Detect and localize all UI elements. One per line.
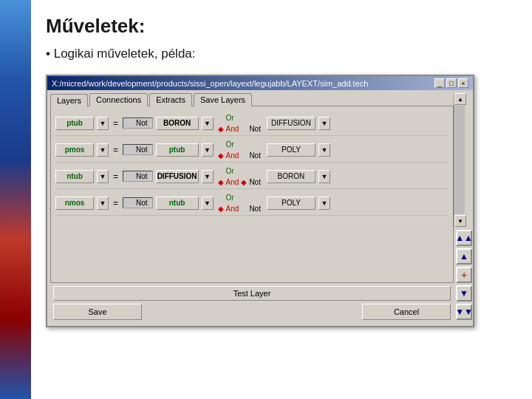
arrow-up-button[interactable]: ▲ bbox=[456, 248, 472, 265]
arrow-down-button[interactable]: ▼ bbox=[456, 285, 472, 301]
result-dropdown-1[interactable]: ▼ bbox=[318, 143, 330, 157]
not-diamond2-2: ◆ bbox=[241, 178, 247, 186]
logic-and-2: ◆ And ◆ Not bbox=[218, 177, 261, 187]
close-button[interactable]: × bbox=[458, 78, 468, 88]
tabs-area: Layers Connections Extracts Save Layers … bbox=[50, 93, 454, 323]
logic-or-1: ◇ Or bbox=[218, 139, 261, 149]
main-content: Műveletek: • Logikai műveletek, példa: X… bbox=[31, 0, 532, 399]
and-label-3: And bbox=[226, 205, 239, 213]
equals-2: = bbox=[112, 171, 120, 182]
not-diamond2-1: ◇ bbox=[241, 151, 247, 160]
result-dropdown-3[interactable]: ▼ bbox=[318, 197, 330, 210]
scroll-down-button[interactable]: ▼ bbox=[454, 215, 466, 227]
not-logic-1: ◇ Not bbox=[123, 144, 153, 155]
dialog-title: X:/micred/work/development/products/siss… bbox=[52, 79, 368, 88]
layer-value-dropdown-0[interactable]: ▼ bbox=[202, 117, 214, 130]
not-logic-3: ◇ Not bbox=[123, 197, 153, 208]
cancel-button[interactable]: Cancel bbox=[362, 304, 451, 320]
not-logic-2: ◇ Not bbox=[123, 171, 153, 182]
layer-name-dropdown-0[interactable]: ▼ bbox=[97, 117, 109, 130]
page-title: Műveletek: bbox=[46, 15, 517, 38]
row-left-group: ntub ▼ = ◇ Not DIFFUSION ▼ bbox=[55, 170, 214, 183]
layer-name-dropdown-2[interactable]: ▼ bbox=[97, 170, 109, 183]
arrow-add-button[interactable]: + bbox=[456, 267, 472, 283]
layer-value-dropdown-3[interactable]: ▼ bbox=[202, 197, 214, 210]
logic-and-1: ◆ And ◇ Not bbox=[218, 150, 261, 160]
and-label-1: And bbox=[226, 151, 239, 160]
table-row: ntub ▼ = ◇ Not DIFFUSION ▼ bbox=[55, 164, 449, 189]
not-text-1: Not bbox=[136, 146, 148, 154]
result-boron-2[interactable]: BORON bbox=[267, 170, 316, 183]
tab-layers[interactable]: Layers bbox=[50, 94, 88, 107]
result-dropdown-0[interactable]: ▼ bbox=[318, 117, 330, 130]
layer-name-dropdown-3[interactable]: ▼ bbox=[97, 197, 109, 210]
table-row: ptub ▼ = ◇ Not BORON ▼ bbox=[55, 111, 449, 136]
right-logic-3: ◇ Or ◆ And ◇ Not bbox=[218, 192, 261, 214]
subtitle: • Logikai műveletek, példa: bbox=[46, 47, 517, 61]
tabs-row: Layers Connections Extracts Save Layers bbox=[50, 93, 454, 106]
result-poly-1[interactable]: POLY bbox=[267, 143, 316, 157]
layer-name-pmos[interactable]: pmos bbox=[55, 143, 94, 157]
layer-value-boron[interactable]: BORON bbox=[156, 117, 199, 130]
result-section-3: POLY ▼ bbox=[267, 197, 330, 210]
tab-content: ptub ▼ = ◇ Not BORON ▼ bbox=[50, 106, 454, 283]
layer-rows: ptub ▼ = ◇ Not BORON ▼ bbox=[55, 111, 449, 216]
not-logic-0: ◇ Not bbox=[123, 117, 153, 129]
result-diffusion-0[interactable]: DIFFUSION bbox=[267, 117, 316, 130]
not-diamond-icon-2: ◇ bbox=[128, 172, 134, 180]
right-logic-1: ◇ Or ◆ And ◇ Not bbox=[218, 139, 261, 160]
and-diamond-2: ◆ bbox=[218, 178, 224, 186]
or-diamond-1: ◇ bbox=[218, 140, 224, 149]
not-text-2: Not bbox=[136, 172, 148, 180]
dialog-window: X:/micred/work/development/products/siss… bbox=[46, 75, 474, 327]
result-poly-3[interactable]: POLY bbox=[267, 197, 316, 210]
tab-extracts[interactable]: Extracts bbox=[149, 93, 192, 106]
logic-and-3: ◆ And ◇ Not bbox=[218, 203, 261, 214]
equals-3: = bbox=[112, 198, 120, 208]
or-label-0: Or bbox=[226, 114, 234, 122]
save-button[interactable]: Save bbox=[53, 304, 142, 320]
not-text-0: Not bbox=[136, 119, 148, 127]
layer-value-dropdown-1[interactable]: ▼ bbox=[202, 143, 214, 157]
result-section-0: DIFFUSION ▼ bbox=[267, 117, 330, 130]
not-diamond2-3: ◇ bbox=[241, 205, 247, 213]
titlebar-buttons: _ □ × bbox=[434, 78, 468, 88]
and-diamond-0: ◆ bbox=[218, 125, 224, 133]
arrow-top-button[interactable]: ▲▲ bbox=[456, 230, 472, 246]
layer-name-nmos[interactable]: nmos bbox=[55, 197, 94, 210]
arrow-bottom-button[interactable]: ▼▼ bbox=[456, 304, 472, 320]
not-label-2: Not bbox=[249, 178, 261, 186]
row-left-group: nmos ▼ = ◇ Not ntub ▼ bbox=[55, 197, 214, 210]
scroll-up-button[interactable]: ▲ bbox=[454, 93, 466, 105]
result-section-1: POLY ▼ bbox=[267, 143, 330, 157]
result-dropdown-2[interactable]: ▼ bbox=[318, 170, 330, 183]
dialog-titlebar: X:/micred/work/development/products/siss… bbox=[47, 76, 473, 90]
right-logic-0: ◇ Or ◆ And ◇ Not bbox=[218, 112, 261, 134]
action-buttons: Save Cancel bbox=[53, 304, 451, 320]
layer-value-ptub[interactable]: ptub bbox=[156, 143, 199, 157]
test-layer-button[interactable]: Test Layer bbox=[53, 286, 451, 301]
not-diamond-icon-0: ◇ bbox=[128, 119, 134, 127]
logic-or-3: ◇ Or bbox=[218, 192, 261, 202]
not-diamond-icon-3: ◇ bbox=[128, 199, 134, 207]
layer-value-ntub[interactable]: ntub bbox=[156, 197, 199, 210]
equals-0: = bbox=[112, 118, 120, 129]
layer-name-dropdown-1[interactable]: ▼ bbox=[97, 143, 109, 157]
layer-name-ptub[interactable]: ptub bbox=[55, 117, 94, 130]
layer-value-dropdown-2[interactable]: ▼ bbox=[202, 170, 214, 183]
dialog-body: Layers Connections Extracts Save Layers … bbox=[47, 90, 473, 326]
minimize-button[interactable]: _ bbox=[434, 78, 445, 88]
not-label-1: Not bbox=[249, 151, 261, 160]
bottom-section: Test Layer Save Cancel bbox=[50, 283, 454, 323]
logic-or-0: ◇ Or bbox=[218, 112, 261, 123]
or-label-2: Or bbox=[226, 167, 234, 175]
row-left-group: pmos ▼ = ◇ Not ptub ▼ bbox=[55, 143, 214, 157]
layer-value-diffusion[interactable]: DIFFUSION bbox=[156, 170, 199, 183]
right-panel: ▲ ▼ ▲▲ ▲ + ▼ ▼▼ bbox=[454, 93, 470, 323]
tab-connections[interactable]: Connections bbox=[89, 93, 148, 106]
or-label-1: Or bbox=[226, 140, 234, 149]
layer-name-ntub[interactable]: ntub bbox=[55, 170, 94, 183]
maximize-button[interactable]: □ bbox=[446, 78, 457, 88]
tab-save-layers[interactable]: Save Layers bbox=[194, 93, 252, 106]
or-diamond-0: ◇ bbox=[218, 114, 224, 122]
